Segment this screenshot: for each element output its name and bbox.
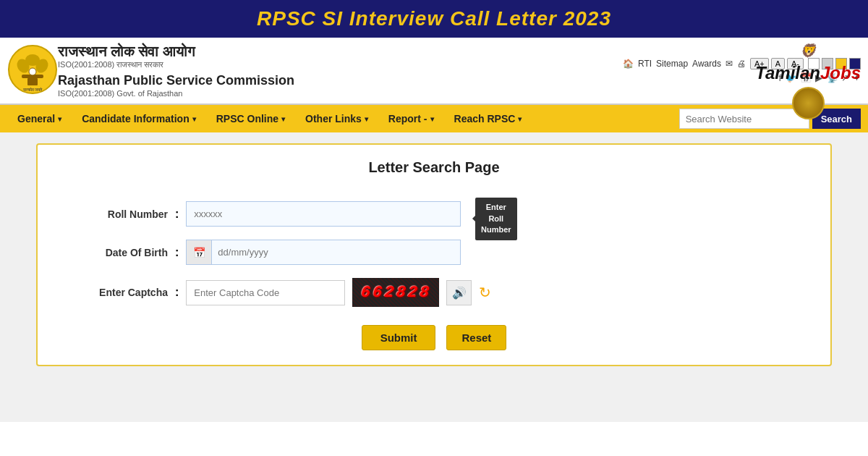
captcha-row: Enter Captcha : 662828 🔊 ↻ <box>59 278 809 307</box>
nav-report-arrow: ▾ <box>430 115 434 123</box>
calendar-picker-icon[interactable]: 📅 <box>187 240 212 264</box>
iso-text-2: ISO(2001:2008) Govt. of Rajasthan <box>58 89 623 98</box>
dob-wrapper: 📅 <box>186 240 461 265</box>
awards-link[interactable]: Awards <box>692 59 721 69</box>
nav-rpsc-arrow: ▾ <box>281 115 285 123</box>
dob-input[interactable] <box>212 242 460 262</box>
form-container: Letter Search Page Roll Number : EnterRo… <box>36 143 832 366</box>
nav-candidate-arrow: ▾ <box>192 115 196 123</box>
tamilan-emblem <box>792 87 825 119</box>
submit-button[interactable]: Submit <box>362 325 436 350</box>
nav-reach-arrow: ▾ <box>518 115 522 123</box>
sitemap-link[interactable]: Sitemap <box>656 59 688 69</box>
nav-candidate-label: Candidate Information <box>82 113 190 124</box>
roll-number-label: Roll Number <box>59 208 175 220</box>
captcha-refresh-button[interactable]: ↻ <box>479 284 491 301</box>
email-icon[interactable]: ✉ <box>726 59 733 69</box>
org-name-hindi: राजस्थान लोक सेवा आयोग <box>58 43 623 60</box>
tamilan-part1: Tamilan <box>755 63 820 83</box>
roll-number-row: Roll Number : EnterRollNumber <box>59 201 809 227</box>
roll-number-colon: : <box>175 208 179 221</box>
reset-button[interactable]: Reset <box>446 325 506 350</box>
navbar: General ▾ Candidate Information ▾ RPSC O… <box>0 105 868 132</box>
form-buttons: Submit Reset <box>59 325 809 350</box>
nav-reach-rpsc[interactable]: Reach RPSC ▾ <box>444 107 532 130</box>
captcha-label: Enter Captcha <box>59 287 175 298</box>
main-content: Letter Search Page Roll Number : EnterRo… <box>0 132 868 422</box>
dob-label: Date Of Birth <box>59 247 175 258</box>
org-name-english: Rajasthan Public Service Commission <box>58 72 623 89</box>
svg-rect-5 <box>27 78 38 85</box>
site-header: सत्यमेव जयते राजस्थान लोक सेवा आयोग ISO(… <box>0 38 868 105</box>
nav-report[interactable]: Report - ▾ <box>378 107 444 130</box>
svg-text:सत्यमेव जयते: सत्यमेव जयते <box>22 87 43 92</box>
nav-rpsc-online[interactable]: RPSC Online ▾ <box>206 107 295 130</box>
emblem-icon: सत्यमेव जयते <box>7 44 58 98</box>
nav-other-label: Other Links <box>305 113 362 124</box>
captcha-audio-button[interactable]: 🔊 <box>446 280 472 305</box>
header-text: राजस्थान लोक सेवा आयोग ISO(2001:2008) रा… <box>58 43 623 98</box>
home-icon[interactable]: 🏠 <box>623 59 634 69</box>
nav-report-label: Report - <box>388 113 427 124</box>
nav-general-arrow: ▾ <box>58 115 61 123</box>
roll-number-input[interactable] <box>186 201 461 227</box>
captcha-controls: 662828 🔊 ↻ <box>186 278 491 307</box>
title-banner: RPSC SI Interview Call Letter 2023 <box>0 0 868 38</box>
dob-row: Date Of Birth : 📅 <box>59 240 809 265</box>
tamilan-script: 🦁 <box>800 43 816 59</box>
captcha-colon: : <box>175 286 179 299</box>
tamilan-text: TamilanJobs <box>755 63 861 83</box>
nav-candidate-information[interactable]: Candidate Information ▾ <box>72 107 206 130</box>
iso-text-1: ISO(2001:2008) राजस्थान सरकार <box>58 60 623 69</box>
captcha-value: 662828 <box>360 284 432 302</box>
nav-reach-label: Reach RPSC <box>454 113 516 124</box>
page-title: RPSC SI Interview Call Letter 2023 <box>0 7 868 30</box>
rti-link[interactable]: RTI <box>638 59 652 69</box>
nav-other-links[interactable]: Other Links ▾ <box>295 107 378 130</box>
printer-icon[interactable]: 🖨 <box>737 59 746 69</box>
nav-other-arrow: ▾ <box>365 115 368 123</box>
tamilan-part2: Jobs <box>820 63 861 83</box>
captcha-input[interactable] <box>186 280 345 305</box>
captcha-image: 662828 <box>352 278 439 307</box>
nav-general[interactable]: General ▾ <box>7 107 72 130</box>
tamilan-logo: 🦁 TamilanJobs <box>755 43 861 119</box>
svg-point-6 <box>29 68 36 75</box>
nav-general-label: General <box>17 113 55 124</box>
roll-number-tooltip: EnterRollNumber <box>475 198 517 240</box>
dob-colon: : <box>175 246 179 259</box>
form-title: Letter Search Page <box>59 159 809 183</box>
nav-rpsc-label: RPSC Online <box>216 113 278 124</box>
